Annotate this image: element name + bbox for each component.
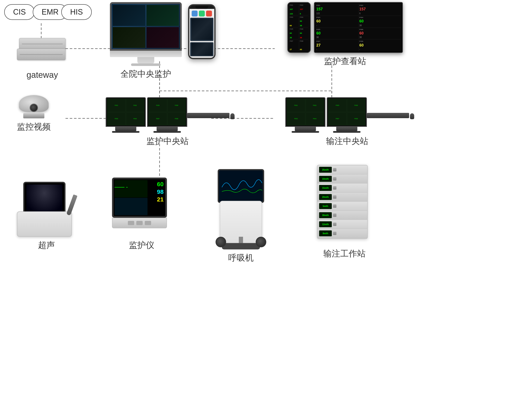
viewer-station-device: F001 157 122 F002 157 6 F003 (287, 2, 403, 53)
ventilator-node: 呼吸机 (216, 169, 266, 263)
viewer-station-node: F001 157 122 F002 157 6 F003 (287, 2, 403, 67)
hospital-central-device (110, 2, 182, 66)
ventilator-label: 呼吸机 (228, 252, 254, 263)
cis-pill: CIS (4, 4, 35, 20)
tall-phone: F001 157 122 F002 157 6 F003 (287, 2, 311, 53)
patient-monitor-label: 监护仪 (129, 239, 154, 251)
ultrasound-device (17, 182, 76, 237)
hospital-central-label: 全院中央监护 (120, 68, 171, 80)
infusion-central-device: P001 P002 P003 P004 P005 P006 P007 P008 (285, 97, 409, 133)
infusion-workstation-device: 25ml/h 10ml/h 15ml/h 20ml/h (317, 165, 372, 245)
hospital-central-node: 全院中央监护 (110, 2, 182, 80)
surveillance-node: 监控视频 (17, 91, 51, 133)
diagram: CIS EMR HIS gateway (0, 0, 515, 420)
ventilator-device (216, 169, 266, 249)
surveillance-label: 监控视频 (17, 121, 51, 133)
patient-monitor-device: 60 98 21 (112, 178, 171, 237)
gateway-node: gateway (17, 38, 68, 80)
infusion-workstation-node: 25ml/h 10ml/h 15ml/h 20ml/h (317, 165, 372, 259)
his-pill: HIS (61, 4, 92, 20)
viewer-screen: F001 157 122 F002 157 6 F003 60 - F004 6… (314, 2, 403, 53)
ultrasound-label: 超声 (38, 239, 55, 251)
patient-monitor-node: 60 98 21 监护仪 (112, 178, 171, 251)
monitor-central-label: 监护中央站 (146, 135, 189, 147)
mobile-phone (188, 4, 216, 59)
viewer-station-label: 监护查看站 (324, 55, 366, 67)
camera-device (17, 91, 51, 118)
monitor-central-device: F001 F002 F003 F004 F005 F006 F007 F008 (106, 97, 230, 133)
infusion-workstation-label: 输注工作站 (323, 248, 366, 259)
monitor-central-node: F001 F002 F003 F004 F005 F006 F007 F008 (106, 97, 230, 147)
gateway-device (17, 38, 68, 68)
gateway-label: gateway (27, 70, 58, 80)
infusion-central-label: 输注中央站 (326, 135, 368, 147)
ultrasound-node: 超声 (17, 182, 76, 251)
infusion-central-node: P001 P002 P003 P004 P005 P006 P007 P008 (285, 97, 409, 147)
